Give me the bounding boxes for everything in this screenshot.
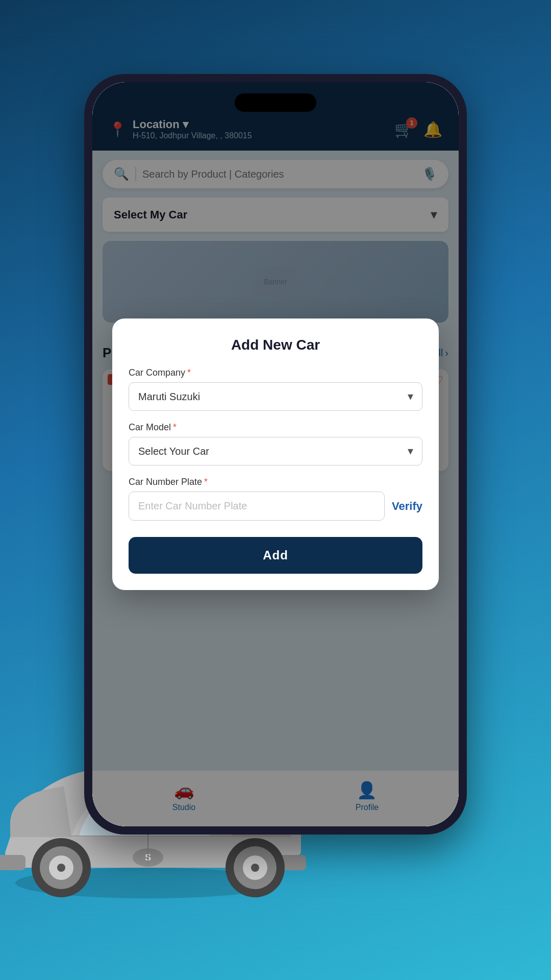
required-star-2: * — [173, 422, 177, 433]
required-star-1: * — [187, 368, 191, 378]
car-number-label: Car Number Plate * — [129, 477, 422, 487]
phone-screen: 📍 Location ▾ H-510, Jodhpur Village, , 3… — [92, 82, 459, 826]
car-model-label: Car Model * — [129, 422, 422, 433]
car-model-select-wrapper: Select Your Car Swift Baleno Dzire ▾ — [129, 437, 422, 465]
verify-button[interactable]: Verify — [392, 500, 422, 513]
modal-overlay[interactable]: Add New Car Car Company * Maruti Suzuki … — [92, 82, 459, 826]
add-car-modal: Add New Car Car Company * Maruti Suzuki … — [112, 318, 439, 590]
car-model-select[interactable]: Select Your Car Swift Baleno Dzire — [129, 437, 422, 465]
svg-rect-4 — [0, 855, 26, 870]
add-car-button[interactable]: Add — [129, 537, 422, 574]
phone-frame: 📍 Location ▾ H-510, Jodhpur Village, , 3… — [84, 74, 467, 835]
modal-title: Add New Car — [129, 337, 422, 353]
app-content: 📍 Location ▾ H-510, Jodhpur Village, , 3… — [92, 82, 459, 826]
car-company-select[interactable]: Maruti Suzuki Hyundai Tata — [129, 382, 422, 411]
car-model-group: Car Model * Select Your Car Swift Baleno… — [129, 422, 422, 465]
required-star-3: * — [204, 477, 208, 487]
car-company-label: Car Company * — [129, 368, 422, 378]
svg-point-12 — [57, 864, 65, 872]
car-number-input[interactable] — [129, 492, 385, 521]
car-company-select-wrapper: Maruti Suzuki Hyundai Tata ▾ — [129, 382, 422, 411]
svg-point-8 — [251, 864, 259, 872]
number-plate-row: Verify — [129, 492, 422, 521]
car-company-group: Car Company * Maruti Suzuki Hyundai Tata… — [129, 368, 422, 411]
car-number-group: Car Number Plate * Verify — [129, 477, 422, 521]
